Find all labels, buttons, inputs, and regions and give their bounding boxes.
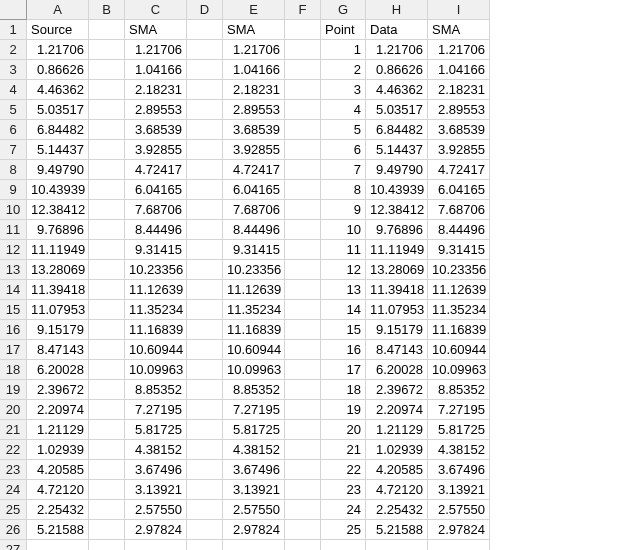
cell-F17[interactable]: [285, 340, 321, 360]
cell-G11[interactable]: 10: [321, 220, 366, 240]
cell-G16[interactable]: 15: [321, 320, 366, 340]
cell-G19[interactable]: 18: [321, 380, 366, 400]
cell-E4[interactable]: 2.18231: [223, 80, 285, 100]
cell-I7[interactable]: 3.92855: [428, 140, 490, 160]
cell-H5[interactable]: 5.03517: [366, 100, 428, 120]
cell-E7[interactable]: 3.92855: [223, 140, 285, 160]
cell-B13[interactable]: [89, 260, 125, 280]
cell-F13[interactable]: [285, 260, 321, 280]
cell-I17[interactable]: 10.60944: [428, 340, 490, 360]
cell-D13[interactable]: [187, 260, 223, 280]
cell-H12[interactable]: 11.11949: [366, 240, 428, 260]
cell-E13[interactable]: 10.23356: [223, 260, 285, 280]
cell-E3[interactable]: 1.04166: [223, 60, 285, 80]
cell-H6[interactable]: 6.84482: [366, 120, 428, 140]
cell-I10[interactable]: 7.68706: [428, 200, 490, 220]
cell-E24[interactable]: 3.13921: [223, 480, 285, 500]
cell-I15[interactable]: 11.35234: [428, 300, 490, 320]
cell-C12[interactable]: 9.31415: [125, 240, 187, 260]
cell-F4[interactable]: [285, 80, 321, 100]
cell-F15[interactable]: [285, 300, 321, 320]
cell-G25[interactable]: 24: [321, 500, 366, 520]
col-header-F[interactable]: F: [285, 0, 321, 20]
cell-F21[interactable]: [285, 420, 321, 440]
cell-C5[interactable]: 2.89553: [125, 100, 187, 120]
cell-D8[interactable]: [187, 160, 223, 180]
row-header-24[interactable]: 24: [0, 480, 27, 500]
row-header-5[interactable]: 5: [0, 100, 27, 120]
cell-E17[interactable]: 10.60944: [223, 340, 285, 360]
cell-D22[interactable]: [187, 440, 223, 460]
cell-D10[interactable]: [187, 200, 223, 220]
col-header-G[interactable]: G: [321, 0, 366, 20]
cell-F22[interactable]: [285, 440, 321, 460]
cell-C27[interactable]: [125, 540, 187, 550]
cell-F26[interactable]: [285, 520, 321, 540]
cell-D3[interactable]: [187, 60, 223, 80]
cell-C8[interactable]: 4.72417: [125, 160, 187, 180]
cell-A9[interactable]: 10.43939: [27, 180, 89, 200]
cell-I16[interactable]: 11.16839: [428, 320, 490, 340]
cell-G20[interactable]: 19: [321, 400, 366, 420]
cell-F14[interactable]: [285, 280, 321, 300]
col-header-I[interactable]: I: [428, 0, 490, 20]
cell-E2[interactable]: 1.21706: [223, 40, 285, 60]
cell-E21[interactable]: 5.81725: [223, 420, 285, 440]
cell-I12[interactable]: 9.31415: [428, 240, 490, 260]
cell-I11[interactable]: 8.44496: [428, 220, 490, 240]
cell-H24[interactable]: 4.72120: [366, 480, 428, 500]
cell-B16[interactable]: [89, 320, 125, 340]
row-header-22[interactable]: 22: [0, 440, 27, 460]
cell-C21[interactable]: 5.81725: [125, 420, 187, 440]
cell-A5[interactable]: 5.03517: [27, 100, 89, 120]
cell-E6[interactable]: 3.68539: [223, 120, 285, 140]
cell-B12[interactable]: [89, 240, 125, 260]
cell-D12[interactable]: [187, 240, 223, 260]
cell-B17[interactable]: [89, 340, 125, 360]
cell-E16[interactable]: 11.16839: [223, 320, 285, 340]
cell-I27[interactable]: [428, 540, 490, 550]
cell-I26[interactable]: 2.97824: [428, 520, 490, 540]
cell-H16[interactable]: 9.15179: [366, 320, 428, 340]
cell-C25[interactable]: 2.57550: [125, 500, 187, 520]
cell-I4[interactable]: 2.18231: [428, 80, 490, 100]
cell-F8[interactable]: [285, 160, 321, 180]
cell-C26[interactable]: 2.97824: [125, 520, 187, 540]
cell-C6[interactable]: 3.68539: [125, 120, 187, 140]
cell-B25[interactable]: [89, 500, 125, 520]
cell-D25[interactable]: [187, 500, 223, 520]
cell-F12[interactable]: [285, 240, 321, 260]
cell-G9[interactable]: 8: [321, 180, 366, 200]
cell-F6[interactable]: [285, 120, 321, 140]
cell-G8[interactable]: 7: [321, 160, 366, 180]
row-header-17[interactable]: 17: [0, 340, 27, 360]
row-header-12[interactable]: 12: [0, 240, 27, 260]
cell-A25[interactable]: 2.25432: [27, 500, 89, 520]
cell-B14[interactable]: [89, 280, 125, 300]
cell-I14[interactable]: 11.12639: [428, 280, 490, 300]
cell-I8[interactable]: 4.72417: [428, 160, 490, 180]
cell-G13[interactable]: 12: [321, 260, 366, 280]
row-header-1[interactable]: 1: [0, 20, 27, 40]
cell-B24[interactable]: [89, 480, 125, 500]
cell-F10[interactable]: [285, 200, 321, 220]
cell-E5[interactable]: 2.89553: [223, 100, 285, 120]
cell-B2[interactable]: [89, 40, 125, 60]
cell-C3[interactable]: 1.04166: [125, 60, 187, 80]
cell-C18[interactable]: 10.09963: [125, 360, 187, 380]
cell-E19[interactable]: 8.85352: [223, 380, 285, 400]
cell-F11[interactable]: [285, 220, 321, 240]
cell-H9[interactable]: 10.43939: [366, 180, 428, 200]
cell-A12[interactable]: 11.11949: [27, 240, 89, 260]
row-header-23[interactable]: 23: [0, 460, 27, 480]
row-header-15[interactable]: 15: [0, 300, 27, 320]
row-header-8[interactable]: 8: [0, 160, 27, 180]
cell-A15[interactable]: 11.07953: [27, 300, 89, 320]
cell-F5[interactable]: [285, 100, 321, 120]
cell-B23[interactable]: [89, 460, 125, 480]
cell-C24[interactable]: 3.13921: [125, 480, 187, 500]
cell-C17[interactable]: 10.60944: [125, 340, 187, 360]
cell-I3[interactable]: 1.04166: [428, 60, 490, 80]
cell-H27[interactable]: [366, 540, 428, 550]
cell-H3[interactable]: 0.86626: [366, 60, 428, 80]
